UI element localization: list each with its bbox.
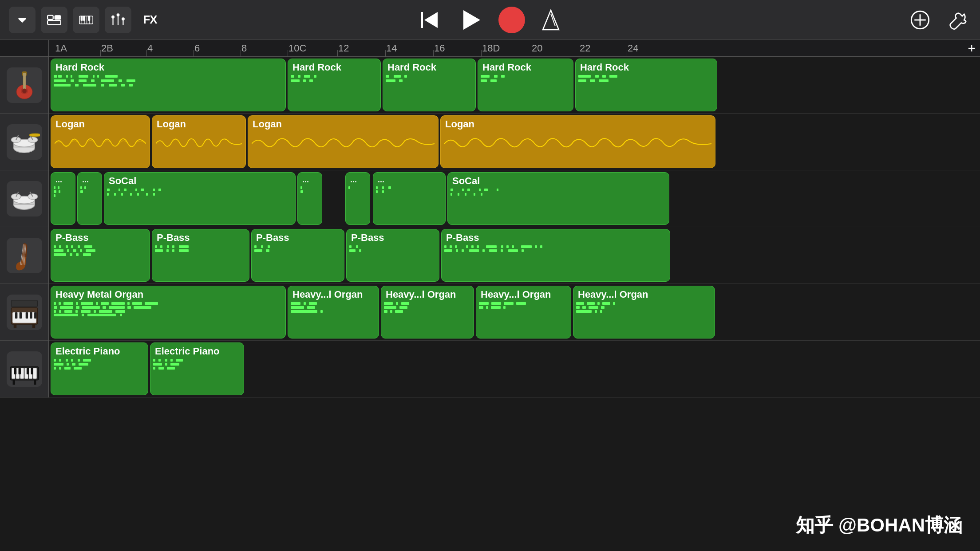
block-hard-rock-5[interactable]: Hard Rock (575, 59, 717, 111)
track-view-button[interactable] (41, 7, 67, 33)
svg-rect-66 (14, 368, 16, 374)
track-header-epiano[interactable] (0, 341, 48, 398)
block-label: P-Bass (152, 229, 249, 244)
track-segments-guitar: Hard Rock Hard Rock (49, 57, 980, 113)
block-logan-3[interactable]: Logan (248, 115, 439, 168)
svg-point-16 (122, 17, 125, 20)
svg-rect-0 (47, 15, 53, 19)
block-pbass-2[interactable]: P-Bass (152, 229, 249, 282)
block-socal-1[interactable]: SoCal (104, 172, 296, 225)
guitar-icon (7, 67, 42, 103)
ruler-mark-20: 20 (532, 40, 542, 56)
piano-roll-pattern (152, 244, 249, 254)
block-logan-1[interactable]: Logan (51, 115, 150, 168)
svg-rect-57 (13, 324, 16, 327)
ruler-mark-18d: 18D (482, 40, 500, 56)
block-dots-1[interactable]: ... (51, 172, 75, 225)
settings-button[interactable] (945, 7, 971, 33)
block-dots-5[interactable]: ... (373, 172, 446, 225)
block-label: ... (78, 173, 102, 185)
dropdown-button[interactable] (9, 7, 36, 33)
block-label: Heavy...l Organ (381, 286, 474, 301)
block-dots-2[interactable]: ... (77, 172, 102, 225)
block-logan-4[interactable]: Logan (440, 115, 715, 168)
svg-rect-69 (31, 368, 33, 374)
rewind-triangle (424, 12, 438, 28)
track-segments-organ: Heavy Metal Organ Heavy...l Organ (49, 284, 980, 340)
mixer-button[interactable] (105, 7, 131, 33)
block-hard-rock-4[interactable]: Hard Rock (478, 59, 573, 111)
search-button[interactable] (907, 7, 933, 33)
block-organ-4[interactable]: Heavy...l Organ (476, 286, 571, 338)
block-label: Hard Rock (383, 59, 475, 74)
piano-roll-pattern (51, 358, 148, 371)
block-pbass-4[interactable]: P-Bass (346, 229, 439, 282)
track-row-bass: P-Bass P-Bass (49, 227, 980, 284)
svg-point-41 (11, 193, 21, 199)
block-epiano-2[interactable]: Electric Piano (150, 342, 244, 395)
block-organ-3[interactable]: Heavy...l Organ (381, 286, 474, 338)
track-segments-drums: Logan Logan (49, 114, 980, 170)
track-segments-drums2: ... ... (49, 170, 980, 227)
ruler-mark-10c: 10C (288, 40, 306, 56)
piano-roll-pattern (288, 301, 379, 315)
svg-point-29 (22, 89, 27, 93)
track-headers (0, 40, 49, 398)
add-section-button[interactable]: + (968, 41, 976, 56)
block-logan-2[interactable]: Logan (152, 115, 246, 168)
svg-rect-10 (88, 16, 90, 20)
svg-rect-51 (15, 312, 17, 319)
svg-rect-70 (12, 380, 15, 384)
piano-roll-pattern (442, 244, 670, 254)
track-row-drums: Logan Logan (49, 114, 980, 170)
block-label: Hard Rock (288, 59, 380, 74)
keyboard-button[interactable] (73, 7, 99, 33)
svg-rect-1 (55, 15, 61, 19)
block-label: P-Bass (51, 229, 150, 244)
block-dots-4[interactable]: ... (345, 172, 370, 225)
block-hard-rock-3[interactable]: Hard Rock (383, 59, 476, 111)
block-organ-2[interactable]: Heavy...l Organ (288, 286, 379, 338)
track-header-drums[interactable] (0, 114, 48, 170)
block-hard-rock-2[interactable]: Hard Rock (288, 59, 381, 111)
svg-rect-55 (34, 312, 36, 319)
block-epiano-1[interactable]: Electric Piano (51, 342, 148, 395)
track-header-bass[interactable] (0, 227, 48, 284)
block-organ-1[interactable]: Heavy Metal Organ (51, 286, 286, 338)
block-label: ... (51, 173, 75, 185)
track-segments-bass: P-Bass P-Bass (49, 227, 980, 283)
svg-point-14 (111, 15, 115, 18)
drums-icon (7, 124, 42, 160)
piano-roll-pattern (288, 74, 380, 84)
block-label: Electric Piano (51, 343, 148, 358)
block-hard-rock-1[interactable]: Hard Rock (51, 59, 286, 111)
play-button[interactable] (455, 4, 486, 35)
fx-button[interactable]: FX (137, 7, 163, 33)
block-label: P-Bass (252, 229, 344, 244)
piano-roll-pattern (51, 74, 285, 88)
track-row-guitar: Hard Rock Hard Rock (49, 57, 980, 114)
block-label: P-Bass (442, 229, 670, 244)
record-button[interactable] (498, 7, 525, 33)
organ-icon (7, 295, 42, 330)
metronome-button[interactable] (537, 7, 564, 33)
track-header-organ[interactable] (0, 284, 48, 341)
block-dots-3[interactable]: ... (297, 172, 322, 225)
bass-icon (7, 238, 42, 273)
track-segments-epiano: Electric Piano Electric Piano (49, 341, 980, 397)
block-label: SoCal (104, 173, 295, 188)
block-socal-2[interactable]: SoCal (447, 172, 669, 225)
piano-roll-pattern (51, 301, 285, 318)
block-pbass-5[interactable]: P-Bass (441, 229, 670, 282)
transport-controls (416, 4, 564, 35)
block-pbass-1[interactable]: P-Bass (51, 229, 150, 282)
rewind-bar (421, 12, 423, 28)
block-label: SoCal (448, 173, 669, 188)
block-pbass-3[interactable]: P-Bass (251, 229, 344, 282)
svg-rect-65 (33, 368, 36, 378)
block-organ-5[interactable]: Heavy...l Organ (573, 286, 715, 338)
track-header-drums2[interactable] (0, 170, 48, 227)
track-header-guitar[interactable] (0, 57, 48, 114)
block-label: Heavy...l Organ (573, 286, 715, 301)
rewind-button[interactable] (416, 7, 443, 33)
